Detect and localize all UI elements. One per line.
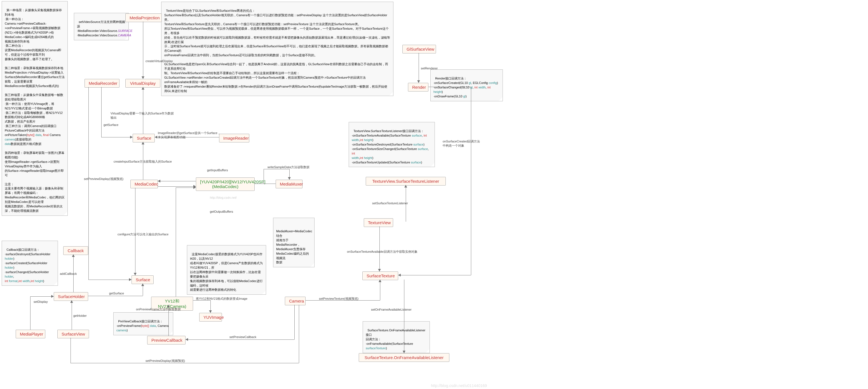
lbl-getoutput: getOutputBuffers (210, 210, 233, 213)
note-text: SurfaceTexture.OnFrameAvailableListener接… (366, 329, 425, 350)
line (299, 305, 299, 363)
lbl-getsurface2: getSurface (109, 292, 124, 295)
node-render: Render (408, 83, 428, 91)
note-text: setVideoSource方法支持两种视频源 ·MediaRecorder.V… (77, 20, 132, 37)
lbl-setsurftexlistener: setSurfaceTextureListener (372, 202, 408, 205)
note-scenarios: 第一种场景：从摄像头采集视频数据保存到本地 ·第一种办法： Camera->se… (2, 1, 68, 216)
lbl-getinput: getInputBuffers (207, 169, 228, 172)
node-tvlistener: TextureView.SurfaceTextureListener (366, 177, 446, 185)
node-mediaprojection: MediaProjection (125, 13, 162, 22)
arrow (378, 269, 381, 271)
node-surface1: Surface (133, 134, 155, 143)
note-mediacodec: 这里MediaCodec接受的数据格式为YUV420P也叫作I420，以及NV1… (187, 245, 266, 295)
node-mediaplayer: MediaPlayer (16, 330, 45, 338)
arrow (403, 351, 405, 353)
note-text: PreViewCallback接口回调方法： ·onPreviewFrame(b… (116, 320, 169, 332)
line (70, 363, 299, 363)
line (70, 338, 71, 363)
node-yuvimage: YUVImage (199, 313, 222, 322)
line (30, 296, 54, 297)
line (264, 169, 264, 184)
lbl-vdsurf: VirtualDisplay需要一个输入的Surface作为数据输出 (111, 111, 175, 120)
arrow (193, 186, 196, 189)
node-mediacodec: MediaCodec (130, 180, 158, 188)
note-text: MediaMuxer+MediaCodec结合 就相当于MediaRecorde… (276, 230, 312, 264)
arrow (398, 274, 401, 276)
line (143, 22, 143, 79)
note-stlistener: SurfaceTexture.OnFrameAvailableListener接… (363, 321, 430, 353)
node-camera: Camera (285, 297, 306, 305)
note-text: TextureView是结合了GLSurfaceView和SurfaceView… (164, 9, 390, 93)
arrow (142, 77, 145, 79)
note-text: TextureView.SurfaceTextureListener接口回调方法… (352, 129, 430, 164)
note-previewcb: PreViewCallback接口回调方法： ·onPreviewFrame(b… (113, 312, 173, 335)
line (176, 187, 196, 188)
lbl-writesample: writeSampleData方法读取数据 (268, 165, 309, 169)
node-surface2: Surface (131, 275, 154, 284)
note-text: Callback接口回调方法： ·surfaceDestroyed(Surfac… (5, 248, 50, 283)
lbl-spd2: setPreviewDisplay(视频预览) (146, 359, 185, 363)
line (101, 137, 133, 138)
arrow (167, 305, 170, 307)
arrow (158, 180, 160, 182)
node-callback: Callback (63, 246, 88, 255)
line (379, 227, 380, 271)
lbl-blogurl: http://blog.csdn.net/ (210, 196, 237, 199)
line (418, 53, 419, 83)
line (143, 87, 143, 134)
node-surfaceholder: SurfaceHolder (54, 292, 88, 301)
line (30, 296, 31, 330)
line (88, 279, 131, 280)
note-tvlistener: TextureView.SurfaceTextureListener接口回调方法… (349, 122, 435, 167)
arrow (130, 136, 133, 139)
watermark: http://blog.csdn.net/u011440169 (431, 383, 487, 388)
lbl-spd1: setPreviewDisplay(视频预览) (84, 177, 123, 181)
lbl-onsurfcreated: onSurfaceCreated回调方法 中构造一个对象 (443, 139, 480, 148)
lbl-yv12img: 将YV12和NV21格式的数据变成Image (196, 297, 247, 301)
lbl-setdisplay: setDisplay (34, 300, 48, 303)
node-stlistener: SurfaceTexture.OnFrameAvailableListener (359, 353, 450, 362)
lbl-getholder: getHolder (73, 314, 87, 317)
arrow (155, 136, 157, 139)
arrow (72, 255, 75, 257)
note-render: Render接口回调方法： ·onSurfaceCreated(GL10 gl,… (430, 69, 503, 101)
arrow (142, 87, 145, 90)
lbl-addcb: addCallback (60, 272, 77, 275)
note-mediamuxer: MediaMuxer+MediaCodec结合 就相当于MediaRecorde… (273, 218, 314, 267)
arrow (142, 142, 145, 144)
line (158, 186, 196, 187)
node-mediarecorder: MediaRecorder (85, 79, 120, 88)
lbl-irgetsurf: ImageReader的getSurface提供一个Surface， 来实现屏幕… (158, 131, 220, 139)
note-callback: Callback接口回调方法： ·surfaceDestroyed(Surfac… (2, 241, 58, 286)
line (158, 181, 196, 181)
arrow (70, 300, 73, 303)
arrow (209, 310, 212, 313)
arrow (186, 338, 188, 341)
lbl-setpreviewtex: setPreviewTexture(视频预览) (319, 297, 359, 301)
node-surfaceview: SurfaceView (57, 330, 89, 338)
note-text: 这里MediaCodec接受的数据格式为YUV420P也叫作I420，以及NV1… (190, 252, 263, 292)
node-yuv420p: [YUV420P/I420][NV12/YUV420SP] (MediaCode… (196, 177, 255, 191)
arrow (379, 279, 381, 282)
line (186, 339, 294, 340)
line (135, 188, 135, 275)
note-bigtop: TextureView是结合了GLSurfaceView和SurfaceView… (161, 2, 394, 96)
lbl-onpreviewframe: onPreviewFrame方法中获取数据 (136, 307, 181, 311)
arrow (129, 278, 131, 281)
note-text: 第一种场景：从摄像头采集视频数据保存到本地 ·第一种办法： Camera->se… (5, 8, 65, 212)
line (88, 87, 89, 279)
node-surfacetexture: SurfaceTexture (362, 271, 398, 280)
lbl-getsurface: getSurface (103, 123, 118, 126)
arrow (288, 177, 291, 180)
arrow (404, 185, 407, 187)
node-textureview: TextureView (364, 218, 393, 227)
arrow (141, 283, 144, 286)
node-glsurfaceview: GlSurfaceView (402, 45, 436, 54)
lbl-createvd: createVirtualDisplay (146, 59, 173, 63)
lbl-onsurftexavail: onSurfaceTextureAvailable回调方法中获取实例对象 (347, 250, 417, 254)
node-mediamuxer: MediaMuxer (276, 180, 303, 188)
node-imagereader: ImageReader (219, 134, 249, 143)
node-previewcallback: PreviewCallback (147, 336, 186, 345)
lbl-configure: configure方法可以传入输出的Surface (118, 232, 168, 237)
lbl-setpreviewcb: setPreviewCallback (229, 335, 256, 339)
